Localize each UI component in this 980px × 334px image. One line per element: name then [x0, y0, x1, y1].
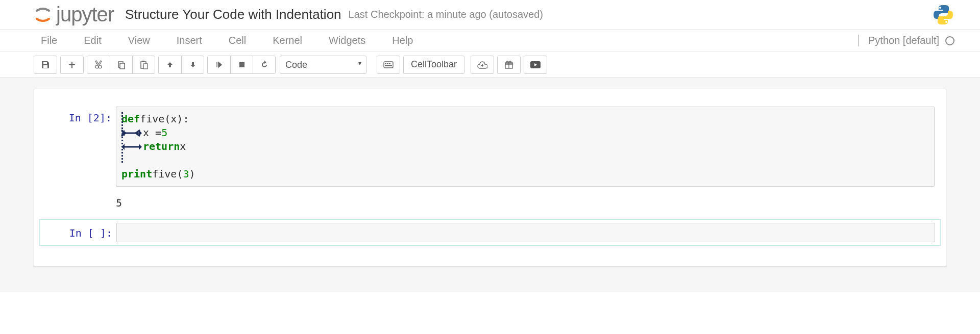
- code-token: ): [189, 167, 195, 181]
- code-token: 5: [161, 126, 167, 140]
- header: jupyter Structure Your Code with Indenta…: [0, 0, 980, 30]
- svg-rect-3: [120, 63, 125, 69]
- svg-point-1: [945, 21, 947, 23]
- celltoolbar-button[interactable]: CellToolbar: [403, 56, 464, 74]
- cloud-download-button[interactable]: [471, 56, 494, 73]
- input-prompt: In [2]:: [39, 107, 116, 187]
- svg-rect-10: [385, 63, 386, 64]
- logo-text: jupyter: [56, 3, 114, 26]
- svg-rect-5: [142, 61, 144, 62]
- code-token: def: [121, 112, 140, 126]
- logo[interactable]: jupyter: [34, 3, 114, 26]
- menu-edit[interactable]: Edit: [77, 32, 108, 49]
- restart-button[interactable]: [253, 56, 275, 73]
- jupyter-icon: [34, 6, 52, 24]
- gift-button[interactable]: [498, 56, 520, 73]
- code-token: five(: [152, 167, 183, 181]
- svg-rect-6: [143, 64, 148, 69]
- checkpoint-text: Last Checkpoint: a minute ago (autosaved…: [349, 9, 543, 20]
- add-cell-button[interactable]: [61, 56, 83, 73]
- svg-rect-9: [385, 65, 392, 66]
- code-token: return: [143, 140, 180, 153]
- copy-button[interactable]: [110, 56, 132, 73]
- python-icon: [932, 4, 954, 26]
- output-area: 5: [116, 194, 941, 209]
- menu-insert[interactable]: Insert: [169, 32, 209, 49]
- menu-file[interactable]: File: [34, 32, 64, 49]
- menu-help[interactable]: Help: [385, 32, 420, 49]
- tab-arrow-icon: [120, 142, 143, 152]
- svg-rect-7: [239, 62, 244, 67]
- input-prompt: In [ ]:: [40, 223, 116, 242]
- svg-rect-11: [387, 63, 388, 64]
- menu-kernel[interactable]: Kernel: [265, 32, 309, 49]
- move-up-button[interactable]: [159, 56, 181, 73]
- kernel-status-icon: [945, 36, 954, 45]
- code-cell-selected[interactable]: In [ ]:: [39, 219, 941, 246]
- notebook-title[interactable]: Structure Your Code with Indentation: [125, 7, 341, 22]
- run-button[interactable]: [208, 56, 230, 73]
- svg-rect-12: [389, 63, 390, 64]
- stop-button[interactable]: [230, 56, 253, 73]
- presentation-button[interactable]: [524, 56, 547, 73]
- menu-view[interactable]: View: [121, 32, 157, 49]
- kernel-indicator: Python [default]: [858, 35, 975, 46]
- command-palette-button[interactable]: [377, 56, 400, 73]
- code-input-area[interactable]: [116, 223, 935, 242]
- code-input-area[interactable]: def five(x): x = 5 return x: [116, 107, 935, 187]
- celltype-select[interactable]: Code: [280, 56, 366, 74]
- code-token: five(x):: [140, 112, 189, 126]
- menubar: File Edit View Insert Cell Kernel Widget…: [0, 30, 980, 52]
- move-down-button[interactable]: [181, 56, 204, 73]
- notebook-area: In [2]: def five(x): x = 5: [0, 78, 980, 292]
- toolbar: Code CellToolbar: [0, 52, 980, 78]
- cut-button[interactable]: [87, 56, 110, 73]
- tab-arrow-icon: [120, 128, 143, 138]
- code-token: x: [180, 140, 186, 153]
- code-cell[interactable]: In [2]: def five(x): x = 5: [39, 105, 941, 189]
- menu-cell[interactable]: Cell: [222, 32, 253, 49]
- code-token: print: [121, 167, 152, 181]
- notebook-container: In [2]: def five(x): x = 5: [34, 89, 946, 267]
- output-text: 5: [116, 197, 122, 209]
- code-token: 3: [183, 167, 189, 181]
- code-token: x =: [143, 126, 161, 140]
- save-button[interactable]: [34, 56, 57, 73]
- svg-rect-8: [384, 62, 393, 68]
- kernel-name[interactable]: Python [default]: [858, 35, 939, 46]
- svg-point-0: [939, 7, 941, 9]
- paste-button[interactable]: [132, 56, 155, 73]
- menu-widgets[interactable]: Widgets: [322, 32, 373, 49]
